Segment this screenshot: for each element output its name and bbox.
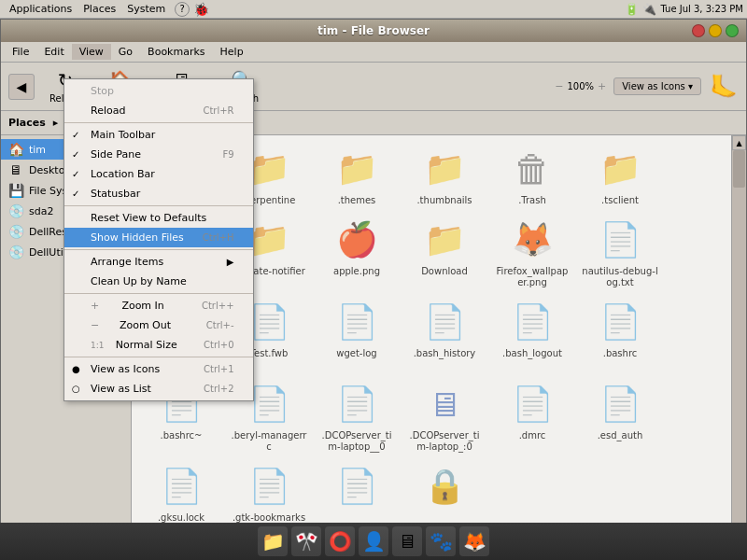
- filesystem-icon: 💾: [8, 183, 23, 198]
- menu-item-view-icons[interactable]: ● View as Icons Ctrl+1: [64, 359, 253, 379]
- list-item[interactable]: 🖥 .DCOPserver_tim-laptop_:0: [402, 378, 486, 456]
- taskbar-icon-app2[interactable]: ⭕: [325, 526, 355, 556]
- list-item[interactable]: 📄 .bash_history: [402, 296, 486, 374]
- menu-shortcut: Ctrl+R: [203, 105, 233, 116]
- list-item[interactable]: 🗑 .Trash: [490, 143, 574, 210]
- scrollbar[interactable]: ▲ ▼: [731, 135, 746, 540]
- list-item[interactable]: 📄 .esd_auth: [578, 378, 662, 456]
- battery-icon: 🔋: [625, 3, 639, 16]
- taskbar: 📁 🎌 ⭕ 👤 🖥 🐾 🦊: [0, 523, 747, 560]
- image-preview-icon: 🦊: [510, 217, 555, 262]
- drive-icon: 💿: [8, 203, 23, 218]
- menu-item-main-toolbar[interactable]: Main Toolbar: [64, 125, 253, 145]
- menu-item-location-bar[interactable]: Location Bar: [64, 164, 253, 184]
- view-as-icons-button[interactable]: View as Icons ▾: [613, 77, 701, 95]
- menu-item-label: View as List: [91, 383, 151, 395]
- menu-item-label: Location Bar: [91, 168, 155, 180]
- list-item[interactable]: 📄: [315, 460, 399, 527]
- view-menu[interactable]: View: [72, 44, 111, 60]
- zoom-in-prefix: +: [91, 300, 99, 312]
- taskbar-icon-app1[interactable]: 🎌: [291, 526, 321, 556]
- menu-shortcut: F9: [222, 149, 233, 160]
- list-item[interactable]: 📄 .bash_logout: [490, 296, 574, 374]
- menu-separator: [64, 293, 253, 294]
- close-button[interactable]: [692, 24, 705, 37]
- bookmarks-menu[interactable]: Bookmarks: [140, 44, 212, 60]
- list-item[interactable]: 🍎 apple.png: [315, 214, 399, 292]
- scroll-track[interactable]: [732, 150, 746, 525]
- list-item[interactable]: 🦊 Firefox_wallpaper.png: [490, 214, 574, 292]
- list-item[interactable]: 📄 .bashrc: [578, 296, 662, 374]
- menu-item-label: Zoom In: [121, 300, 163, 312]
- places-menu[interactable]: Places: [78, 2, 121, 16]
- text-icon: 📄: [334, 382, 379, 427]
- text-icon: 🖥: [422, 382, 467, 427]
- menu-item-normal-size[interactable]: 1:1 Normal Size Ctrl+0: [64, 335, 253, 355]
- zoom-separator: −: [555, 80, 563, 92]
- list-item[interactable]: 📁 .thumbnails: [402, 143, 486, 210]
- network-icon: 🔌: [642, 3, 656, 16]
- menu-item-arrange[interactable]: Arrange Items ▶: [64, 252, 253, 272]
- nav-buttons: ◀: [8, 74, 35, 100]
- menu-item-cleanup[interactable]: Clean Up by Name: [64, 272, 253, 291]
- taskbar-icon-app5[interactable]: 🐾: [426, 526, 456, 556]
- menu-item-label: Reload: [91, 105, 125, 117]
- taskbar-icon-filemgr[interactable]: 📁: [258, 526, 288, 556]
- list-item[interactable]: 📄 .dmrc: [490, 378, 574, 456]
- menu-item-side-pane[interactable]: Side Pane F9: [64, 145, 253, 164]
- menu-item-show-hidden[interactable]: Show Hidden Files Ctrl+H: [64, 228, 253, 247]
- menu-item-reload[interactable]: Reload Ctrl+R: [64, 101, 253, 120]
- list-item[interactable]: 📄 nautilus-debug-log.txt: [578, 214, 662, 292]
- maximize-button[interactable]: [726, 24, 739, 37]
- list-item[interactable]: 📄 .gtk-bookmarks: [227, 460, 311, 527]
- list-item[interactable]: 📁 .tsclient: [578, 143, 662, 210]
- menu-item-label: Main Toolbar: [91, 129, 155, 141]
- radio-empty-icon: ○: [72, 384, 80, 394]
- home-folder-icon: 🏠: [8, 142, 23, 157]
- text-icon: 📄: [422, 300, 467, 344]
- help-icon[interactable]: ?: [175, 2, 190, 17]
- list-item[interactable]: 📄 .DCOPserver_tim-laptop__0: [315, 378, 399, 456]
- os-menubar: Applications Places System ? 🐞 🔋 🔌 Tue J…: [0, 0, 747, 19]
- menu-item-zoom-in[interactable]: + Zoom In Ctrl++: [64, 296, 253, 315]
- menu-shortcut: Ctrl+H: [203, 232, 234, 243]
- list-item[interactable]: 📁 .themes: [315, 143, 399, 210]
- menu-item-label: Side Pane: [91, 148, 141, 161]
- list-item[interactable]: 📄 .gksu.lock: [139, 460, 223, 527]
- menu-item-label: Clean Up by Name: [91, 275, 187, 287]
- menu-separator: [64, 122, 253, 123]
- menu-item-zoom-out[interactable]: − Zoom Out Ctrl+-: [64, 315, 253, 335]
- menu-item-statusbar[interactable]: Statusbar: [64, 184, 253, 203]
- help-menu[interactable]: Help: [213, 44, 251, 60]
- menu-item-label: Zoom Out: [120, 319, 171, 331]
- menu-item-reset-view[interactable]: Reset View to Defaults: [64, 208, 253, 228]
- text-icon: 📄: [510, 300, 555, 344]
- menu-item-view-list[interactable]: ○ View as List Ctrl+2: [64, 379, 253, 399]
- text-icon: 📄: [598, 300, 642, 344]
- list-item[interactable]: 🔒: [402, 460, 486, 527]
- taskbar-icon-firefox[interactable]: 🦊: [459, 526, 489, 556]
- menu-item-stop[interactable]: Stop: [64, 81, 253, 101]
- menu-shortcut: Ctrl+2: [204, 384, 234, 394]
- minimize-button[interactable]: [709, 24, 722, 37]
- text-icon: 📄: [598, 217, 642, 262]
- system-menu[interactable]: System: [121, 2, 171, 16]
- normal-size-icon: 1:1: [91, 341, 104, 350]
- system-tray: 🔋 🔌 Tue Jul 3, 3:23 PM: [625, 3, 743, 16]
- back-button[interactable]: ◀: [8, 74, 35, 100]
- sidebar-item-label: sda2: [29, 205, 53, 217]
- scroll-thumb[interactable]: [733, 150, 745, 188]
- edit-menu[interactable]: Edit: [36, 44, 71, 60]
- go-menu[interactable]: Go: [111, 44, 140, 60]
- text-icon: 📄: [510, 382, 555, 427]
- submenu-arrow-icon: ▶: [227, 257, 234, 267]
- menu-shortcut: Ctrl+-: [206, 320, 234, 330]
- taskbar-icon-app3[interactable]: 👤: [359, 526, 388, 556]
- menu-item-label: Normal Size: [116, 339, 177, 351]
- applications-menu[interactable]: Applications: [4, 2, 78, 16]
- scroll-up-button[interactable]: ▲: [732, 135, 746, 150]
- list-item[interactable]: 📁 Download: [402, 214, 486, 292]
- list-item[interactable]: 📄 wget-log: [315, 296, 399, 374]
- taskbar-icon-app4[interactable]: 🖥: [392, 526, 422, 556]
- file-menu[interactable]: File: [5, 44, 36, 60]
